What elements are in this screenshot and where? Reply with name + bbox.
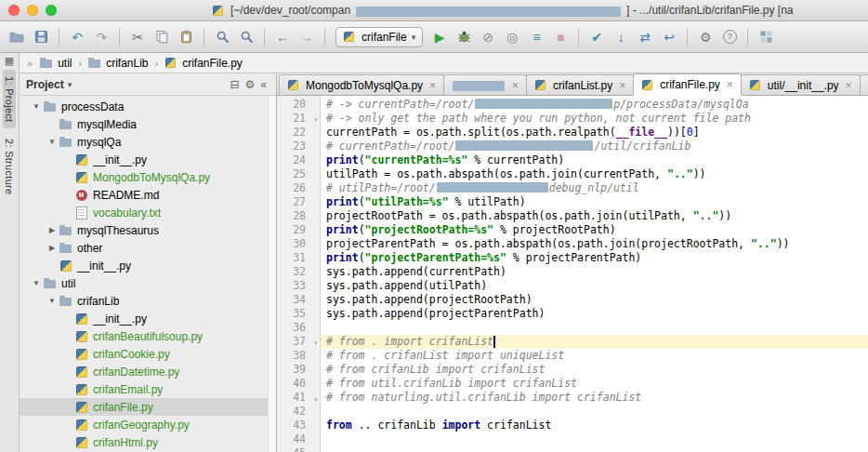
close-icon[interactable]: × [725, 79, 733, 90]
breadcrumb-item-util[interactable]: util [37, 57, 74, 70]
tree-item-crifanbeautifulsoup-py[interactable]: crifanBeautifulsoup.py [20, 327, 276, 345]
save-all-icon[interactable] [30, 26, 52, 48]
titlebar[interactable]: [~/dev/dev_root/compan ] - .../util/crif… [0, 0, 868, 21]
code-line[interactable]: currentPath = os.path.split(os.path.real… [321, 126, 868, 140]
code-line[interactable]: # from . crifanList import uniqueList [321, 349, 868, 363]
collapse-arrow-icon[interactable]: ▼ [31, 279, 42, 287]
debug-icon[interactable] [453, 26, 475, 48]
find-icon[interactable] [211, 26, 233, 48]
code-line[interactable]: sys.path.append(projectRootPath) [321, 293, 868, 307]
editor-tab-crifanfile-py[interactable]: crifanFile.py× [633, 73, 742, 96]
close-icon[interactable]: × [617, 80, 625, 91]
code-line[interactable]: # from crifanLib import crifanList [321, 363, 868, 377]
open-icon[interactable] [6, 26, 28, 48]
zoom-window-button[interactable] [46, 5, 57, 16]
code-line[interactable]: # from util.crifanLib import crifanList [321, 377, 868, 391]
code-line[interactable]: from .. crifanLib import crifanList [321, 419, 868, 432]
code-line[interactable]: print("projectRootPath=%s" % projectRoot… [321, 223, 868, 237]
code-line[interactable]: utilPath = os.path.abspath(os.path.join(… [321, 167, 868, 181]
fold-marker-icon[interactable]: ▵ [313, 392, 318, 405]
tool-window-button-2-structure[interactable]: 2: Structure [3, 132, 16, 201]
tree-item-mysqlthesaurus[interactable]: ▶mysqlThesaurus [20, 221, 276, 239]
undo-icon[interactable]: ↶ [66, 26, 88, 48]
tree-item-init-py[interactable]: __init__.py [20, 257, 276, 274]
code-line[interactable]: print("projectParentPath=%s" % projectPa… [321, 251, 868, 265]
fold-marker-icon[interactable]: ▿ [313, 336, 318, 350]
collapse-arrow-icon[interactable]: ▼ [46, 297, 58, 305]
profiler-icon[interactable]: ◎ [501, 26, 523, 48]
code-line[interactable]: # utilPath=/root/debug_nlp/util [321, 181, 868, 195]
close-icon[interactable]: × [510, 80, 519, 91]
expand-arrow-icon[interactable]: ▶ [46, 226, 58, 234]
editor-tab-mongodbtomysqlqa-py[interactable]: MongodbToMysqlQa.py× [279, 74, 444, 95]
run-icon[interactable]: ▶ [428, 26, 451, 48]
editor-tab-redacted[interactable]: × [443, 74, 527, 95]
tree-item-processdata[interactable]: ▼processData [20, 98, 276, 115]
tree-item-crifancookie-py[interactable]: crifanCookie.py [20, 345, 276, 363]
vcs-compare-icon[interactable]: ⇄ [634, 26, 656, 48]
code-line[interactable]: projectParentPath = os.path.abspath(os.p… [321, 237, 868, 251]
chevron-down-icon[interactable]: ▾ [68, 80, 72, 89]
hide-panel-icon[interactable]: « [257, 78, 270, 91]
tree-item-crifanhtml-py[interactable]: crifanHtml.py [20, 433, 276, 451]
settings-icon[interactable]: ⚙ [243, 78, 258, 91]
tree-item-init-py[interactable]: __init__.py [20, 151, 276, 168]
code-line[interactable]: # -> only get the path where you run pyt… [321, 112, 868, 126]
redo-icon[interactable]: ↷ [90, 26, 112, 48]
close-icon[interactable]: × [844, 80, 852, 91]
back-icon[interactable]: ← [271, 26, 294, 48]
code-line[interactable] [321, 446, 868, 452]
tree-item-crifanfile-py[interactable]: crifanFile.py [20, 398, 276, 416]
project-scrollbar[interactable] [268, 96, 276, 452]
code-line[interactable]: projectRootPath = os.path.abspath(os.pat… [321, 209, 868, 223]
vcs-commit-icon[interactable]: ✔ [585, 26, 608, 48]
code-line[interactable] [321, 405, 868, 419]
tool-window-button-1-project[interactable]: 1: Project [3, 70, 16, 128]
close-window-button[interactable] [8, 5, 20, 16]
tree-item-crifandatetime-py[interactable]: crifanDatetime.py [20, 363, 276, 380]
tree-item-crifangeography-py[interactable]: crifanGeography.py [20, 416, 276, 433]
fold-marker-icon[interactable]: ▿ [313, 113, 318, 126]
tree-item-init-py[interactable]: __init__.py [20, 310, 276, 327]
vcs-update-icon[interactable]: ↓ [610, 26, 632, 48]
breadcrumb-item-crifanlib[interactable]: crifanLib [85, 57, 151, 70]
tree-item-mysqlmedia[interactable]: mysqlMedia [20, 115, 276, 133]
tree-item-readme-md[interactable]: MREADME.md [20, 186, 276, 204]
project-structure-icon[interactable] [755, 26, 777, 48]
tree-item-mongodbtomysqlqa-py[interactable]: MongodbToMysqlQa.py [20, 168, 276, 186]
code-line[interactable]: # -> currentPath=/root/p/processData/mys… [321, 98, 868, 112]
collapse-arrow-icon[interactable]: ▼ [31, 102, 42, 111]
code-line[interactable]: print("currentPath=%s" % currentPath) [321, 153, 868, 167]
tree-item-crifanlib[interactable]: ▼crifanLib [20, 292, 276, 310]
editor-tab-crifanlist-py[interactable]: crifanList.py× [526, 74, 634, 95]
project-panel-title[interactable]: Project [26, 78, 64, 91]
expand-arrow-icon[interactable]: ▶ [46, 244, 58, 252]
editor-code[interactable]: # -> currentPath=/root/p/processData/mys… [321, 96, 868, 452]
editor-tab-init-py[interactable]: __init__.py× [860, 74, 868, 95]
tree-item-mysqlqa[interactable]: ▼mysqlQa [20, 133, 276, 151]
cut-icon[interactable]: ✂ [126, 26, 149, 48]
run-config-select[interactable]: crifanFile▾ [335, 27, 423, 47]
breadcrumb-item-crifanfile-py[interactable]: crifanFile.py [162, 57, 245, 70]
tool-window-switcher-icon[interactable]: ▦ [5, 56, 14, 66]
code-line[interactable]: sys.path.append(projectParentPath) [321, 307, 868, 321]
editor-tab-util-init-py[interactable]: util/__init__.py× [741, 74, 861, 95]
forward-icon[interactable]: → [296, 26, 318, 48]
code-line[interactable]: print("utilPath=%s" % utilPath) [321, 195, 868, 209]
code-line[interactable] [321, 321, 868, 335]
coverage-icon[interactable]: ⊘ [477, 26, 499, 48]
vcs-revert-icon[interactable]: ↩ [658, 26, 680, 48]
paste-icon[interactable] [175, 26, 197, 48]
tree-item-crifanemail-py[interactable]: crifanEmail.py [20, 380, 276, 398]
code-line[interactable]: sys.path.append(utilPath) [321, 279, 868, 293]
minimize-window-button[interactable] [27, 5, 38, 16]
code-line[interactable]: # from . import crifanList [321, 335, 868, 349]
settings-icon[interactable]: ⚙ [694, 26, 717, 48]
stop-icon[interactable]: ■ [549, 26, 572, 48]
help-icon[interactable]: ? [718, 26, 741, 48]
tree-item-vocabulary-txt[interactable]: vocabulary.txt [20, 204, 276, 221]
code-line[interactable] [321, 432, 868, 446]
close-icon[interactable]: × [427, 80, 436, 91]
tree-item-util[interactable]: ▼util [20, 274, 276, 292]
copy-icon[interactable] [151, 26, 173, 48]
